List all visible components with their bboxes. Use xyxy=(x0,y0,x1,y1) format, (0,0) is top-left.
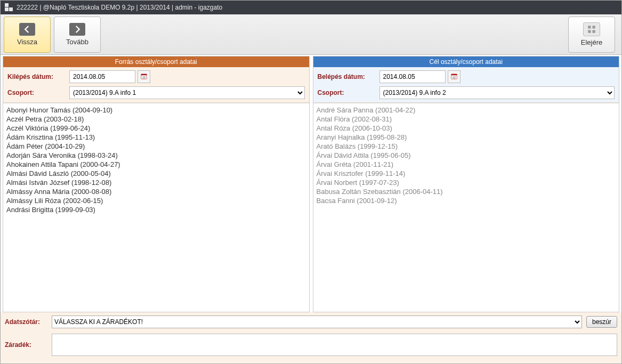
clause-label: Záradék: xyxy=(5,341,47,349)
source-panel-form: Kilépés dátum: 12 Csoport: (2013/2014) 9… xyxy=(3,67,309,103)
svg-text:12: 12 xyxy=(453,75,456,78)
target-date-label: Belépés dátum: xyxy=(318,73,376,80)
back-button[interactable]: Vissza xyxy=(4,17,51,53)
source-date-picker-button[interactable]: 12 xyxy=(138,70,150,83)
list-item[interactable]: Ádám Péter (2004-10-29) xyxy=(6,142,306,151)
svg-rect-8 xyxy=(451,74,457,75)
svg-text:12: 12 xyxy=(142,75,146,78)
list-item[interactable]: Árvai Dávid Attila (1995-06-05) xyxy=(317,151,616,160)
list-item[interactable]: Aczél Petra (2003-02-18) xyxy=(6,115,306,124)
svg-rect-0 xyxy=(588,26,591,28)
dict-select[interactable]: VÁLASSZA KI A ZÁRADÉKOT! xyxy=(52,316,582,328)
source-date-input[interactable] xyxy=(69,70,135,83)
target-panel-form: Belépés dátum: 12 Csoport: (2013/2014) 9… xyxy=(313,67,619,103)
source-panel: Forrás osztály/csoport adatai Kilépés dá… xyxy=(3,56,310,312)
list-item[interactable]: Aczél Viktória (1999-06-24) xyxy=(6,124,306,133)
forward-button-label: Tovább xyxy=(66,38,88,46)
list-item[interactable]: Adorján Sára Veronika (1998-03-24) xyxy=(6,151,306,160)
source-date-label: Kilépés dátum: xyxy=(7,73,66,80)
grid-icon xyxy=(583,22,600,36)
target-student-list[interactable]: André Sára Panna (2001-04-22)Antal Flóra… xyxy=(313,103,619,312)
list-item[interactable]: Árvai Gréta (2001-11-21) xyxy=(317,160,616,169)
list-item[interactable]: Antal Flóra (2002-08-31) xyxy=(317,115,616,124)
top-button[interactable]: Elejére xyxy=(568,17,615,53)
two-column: Forrás osztály/csoport adatai Kilépés dá… xyxy=(1,55,621,312)
target-date-input[interactable] xyxy=(379,70,446,83)
forward-button[interactable]: Tovább xyxy=(54,17,101,53)
svg-rect-1 xyxy=(593,26,595,28)
calendar-icon: 12 xyxy=(140,72,148,82)
toolbar: Vissza Tovább Elejére xyxy=(1,14,621,55)
top-button-label: Elejére xyxy=(581,38,602,46)
dict-label: Adatszótár: xyxy=(5,318,47,326)
list-item[interactable]: Ádám Krisztina (1995-11-13) xyxy=(6,133,306,142)
source-group-label: Csoport: xyxy=(7,89,66,96)
list-item[interactable]: Árvai Norbert (1997-07-23) xyxy=(317,178,616,187)
list-item[interactable]: Abonyi Hunor Tamás (2004-09-10) xyxy=(6,106,306,115)
clause-textarea[interactable] xyxy=(52,334,617,356)
list-item[interactable]: Árvai Krisztofer (1999-11-14) xyxy=(317,169,616,178)
list-item[interactable]: Almási Dávid László (2000-05-04) xyxy=(6,169,306,178)
list-item[interactable]: Bacsa Fanni (2001-09-12) xyxy=(317,196,616,205)
svg-rect-2 xyxy=(588,30,591,33)
svg-rect-3 xyxy=(593,30,595,33)
list-item[interactable]: Babusa Zoltán Szebasztián (2006-04-11) xyxy=(317,187,616,196)
target-date-picker-button[interactable]: 12 xyxy=(448,70,461,83)
topbar: 222222 | @Napló Tesztiskola DEMO 9.2p | … xyxy=(1,1,621,14)
list-item[interactable]: Andrási Brigitta (1999-09-03) xyxy=(6,205,306,214)
list-item[interactable]: Almássy Lili Róza (2002-06-15) xyxy=(6,196,306,205)
target-group-select[interactable]: (2013/2014) 9.A info 2 xyxy=(379,86,615,99)
list-item[interactable]: Almási István József (1998-12-08) xyxy=(6,178,306,187)
back-button-label: Vissza xyxy=(17,38,37,46)
arrow-right-icon xyxy=(69,23,85,36)
list-item[interactable]: Almássy Anna Mária (2000-08-08) xyxy=(6,187,306,196)
app-logo-icon xyxy=(5,3,13,12)
list-item[interactable]: Aranyi Hajnalka (1995-08-28) xyxy=(317,133,616,142)
calendar-icon: 12 xyxy=(450,72,458,82)
target-panel: Cél osztály/csoport adatai Belépés dátum… xyxy=(313,56,620,312)
target-group-label: Csoport: xyxy=(318,89,376,96)
source-student-list[interactable]: Abonyi Hunor Tamás (2004-09-10)Aczél Pet… xyxy=(3,103,309,312)
target-panel-header: Cél osztály/csoport adatai xyxy=(313,56,619,67)
main: Forrás osztály/csoport adatai Kilépés dá… xyxy=(1,55,621,363)
list-item[interactable]: Arató Balázs (1999-12-15) xyxy=(317,142,616,151)
list-item[interactable]: Ahokainen Attila Tapani (2000-04-27) xyxy=(6,160,306,169)
list-item[interactable]: Antal Róza (2006-10-03) xyxy=(317,124,616,133)
list-item[interactable]: André Sára Panna (2001-04-22) xyxy=(317,106,616,115)
insert-button[interactable]: beszúr xyxy=(586,316,617,328)
source-group-select[interactable]: (2013/2014) 9.A info 1 xyxy=(69,86,305,99)
arrow-left-icon xyxy=(19,23,35,36)
app-root: 222222 | @Napló Tesztiskola DEMO 9.2p | … xyxy=(0,0,622,364)
topbar-title: 222222 | @Napló Tesztiskola DEMO 9.2p | … xyxy=(17,4,222,11)
source-panel-header: Forrás osztály/csoport adatai xyxy=(3,56,309,67)
svg-rect-5 xyxy=(141,74,147,75)
bottom-area: Adatszótár: VÁLASSZA KI A ZÁRADÉKOT! bes… xyxy=(1,312,621,363)
